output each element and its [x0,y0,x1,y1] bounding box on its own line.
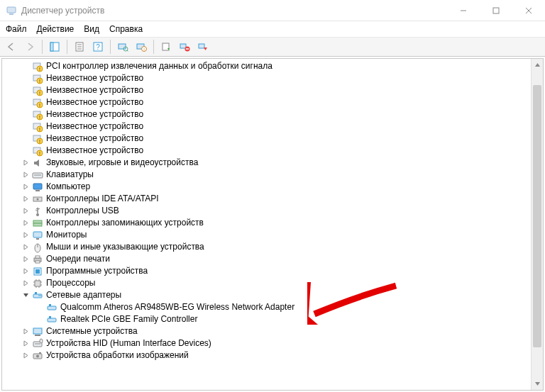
tree-item-label: PCI контроллер извлечения данных и обраб… [46,60,272,72]
chevron-right-icon[interactable] [21,206,31,216]
update-driver-button[interactable] [158,38,175,55]
tree-item-label: Контроллеры USB [46,205,119,217]
svg-rect-3 [493,8,499,13]
scroll-down-button[interactable] [532,378,543,390]
toolbar: ? ! [0,37,545,57]
chevron-right-icon[interactable] [21,279,31,289]
tree-item-label: Неизвестное устройство [46,145,143,157]
chevron-right-icon[interactable] [21,230,31,240]
menu-help[interactable]: Справка [109,24,143,34]
tree-item-label: Устройства обработки изображений [46,349,189,362]
chevron-right-icon[interactable] [21,351,31,361]
scroll-up-button[interactable] [532,59,543,71]
tree-item[interactable]: ! Неизвестное устройство [6,121,531,133]
tree-category[interactable]: Клавиатуры [6,169,531,181]
svg-point-90 [36,354,39,357]
tree-category[interactable]: Устройства обработки изображений [6,349,531,362]
mouse-icon [32,242,43,253]
chevron-right-icon[interactable] [21,242,31,252]
toolbar-separator [153,40,154,54]
tree-item-realtek[interactable]: Realtek PCIe GBE Family Controller [6,313,531,325]
tree-item-label: Неизвестное устройство [46,121,143,133]
chevron-right-icon[interactable] [21,182,31,192]
toolbar-separator [67,40,67,54]
maximize-button[interactable] [480,0,512,21]
tree-item-label: Системные устройства [46,325,138,337]
svg-text:!: ! [39,151,40,156]
warning-device-icon: ! [32,109,43,121]
svg-rect-57 [33,220,42,223]
show-hide-tree-button[interactable] [46,38,63,55]
tree-category[interactable]: Процессоры [6,277,531,289]
chevron-right-icon[interactable] [21,254,31,264]
tree-item-qualcomm[interactable]: Qualcomm Atheros AR9485WB-EG Wireless Ne… [6,301,531,313]
toolbar-separator [110,40,111,54]
chevron-right-icon[interactable] [21,327,31,337]
svg-text:!: ! [39,67,40,72]
tree-item-label: Qualcomm Atheros AR9485WB-EG Wireless Ne… [60,301,294,313]
window-title: Диспетчер устройств [21,6,447,16]
menu-action[interactable]: Действие [37,24,75,34]
ide-icon [32,194,43,205]
tree-category[interactable]: Контроллеры IDE ATA/ATAPI [6,193,531,205]
cpu-icon [32,278,43,289]
tree-item[interactable]: ! Неизвестное устройство [6,145,531,157]
svg-rect-67 [35,269,40,274]
add-legacy-button[interactable]: ! [133,38,150,55]
svg-rect-20 [163,43,169,50]
tree-item[interactable]: ! Неизвестное устройство [6,72,531,84]
chevron-down-icon[interactable] [21,291,31,301]
scan-hardware-button[interactable] [114,38,131,55]
uninstall-button[interactable] [176,38,193,55]
warning-device-icon: ! [32,121,43,133]
vertical-scrollbar[interactable] [531,59,543,390]
svg-rect-14 [119,44,126,49]
chevron-right-icon[interactable] [21,267,31,276]
tree-category[interactable]: Контроллеры запоминающих устройств [6,217,531,229]
tree-category-network[interactable]: Сетевые адаптеры [6,289,531,301]
close-button[interactable] [512,0,545,21]
tree-item[interactable]: ! Неизвестное устройство [6,96,531,108]
scroll-track[interactable] [532,71,543,378]
tree-category[interactable]: Мыши и иные указывающие устройства [6,241,531,253]
properties-button[interactable] [71,38,88,55]
tree-category[interactable]: Устройства HID (Human Interface Devices) [6,337,531,349]
tree-category[interactable]: Звуковые, игровые и видеоустройства [6,157,531,169]
chevron-right-icon[interactable] [21,218,31,228]
svg-rect-59 [33,232,42,237]
svg-text:!: ! [39,91,40,96]
chevron-right-icon[interactable] [21,339,31,349]
chevron-right-icon[interactable] [21,158,31,168]
client-area: ! PCI контроллер извлечения данных и обр… [1,58,544,391]
disable-button[interactable] [194,38,211,55]
tree-category[interactable]: Программные устройства [6,265,531,277]
back-button[interactable] [3,38,20,55]
tree-item-label: Очереди печати [46,253,110,265]
minimize-button[interactable] [447,0,480,21]
keyboard-icon [32,169,43,181]
forward-button[interactable] [21,38,38,55]
chevron-right-icon[interactable] [21,170,31,180]
tree-category[interactable]: Контроллеры USB [6,205,531,217]
tree-item[interactable]: ! Неизвестное устройство [6,108,531,121]
tree-item[interactable]: ! PCI контроллер извлечения данных и обр… [6,60,531,72]
tree-item[interactable]: ! Неизвестное устройство [6,133,531,145]
tree-item-label: Неизвестное устройство [46,84,143,96]
svg-rect-1 [9,13,13,15]
warning-device-icon: ! [32,61,43,72]
device-tree[interactable]: ! PCI контроллер извлечения данных и обр… [2,59,531,390]
menu-view[interactable]: Вид [84,24,99,34]
menu-file[interactable]: Файл [6,24,27,34]
tree-category[interactable]: Системные устройства [6,325,531,337]
tree-category[interactable]: Мониторы [6,229,531,241]
tree-category[interactable]: Компьютер [6,181,531,193]
warning-device-icon: ! [32,73,43,84]
svg-rect-21 [180,44,186,48]
chevron-right-icon[interactable] [21,194,31,204]
tree-category[interactable]: Очереди печати [6,253,531,265]
tree-item-label: Неизвестное устройство [46,72,143,84]
help-button[interactable]: ? [89,38,106,55]
tree-item[interactable]: ! Неизвестное устройство [6,84,531,96]
titlebar: Диспетчер устройств [0,0,545,21]
scroll-thumb[interactable] [533,85,541,347]
